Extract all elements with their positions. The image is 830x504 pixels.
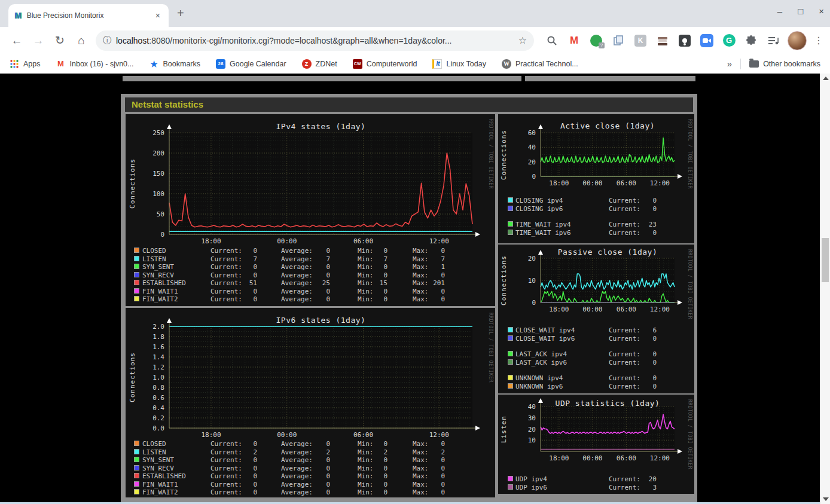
scrollbar[interactable]: [820, 74, 830, 504]
bookmark-practical-technology[interactable]: WPractical Technol...: [502, 59, 578, 69]
scrollbar-up-arrow[interactable]: [823, 77, 829, 80]
x-tick-label: 00:00: [274, 431, 300, 439]
legend-min-value: 0: [364, 456, 387, 464]
bookmark-apps[interactable]: Apps: [10, 59, 41, 69]
y-tick-label: 2.0: [138, 323, 164, 331]
y-tick-label: 10: [509, 436, 536, 444]
home-button[interactable]: ⌂: [71, 30, 92, 51]
legend-label: FIN_WAIT2: [142, 488, 178, 496]
x-tick-label: 06:00: [350, 431, 376, 439]
forward-button[interactable]: →: [28, 30, 49, 51]
minimize-button[interactable]: –: [777, 6, 782, 16]
legend-current-value: 0: [625, 383, 657, 390]
extensions-puzzle-icon[interactable]: [744, 33, 758, 48]
voice-extension-icon[interactable]: ?: [589, 33, 603, 48]
window-close-button[interactable]: ×: [819, 6, 824, 16]
bookmarks-divider: [740, 59, 741, 69]
keep-extension-icon[interactable]: K: [633, 33, 648, 48]
bookmark-linux-today[interactable]: ltLinux Today: [432, 59, 486, 69]
bookmark-zdnet[interactable]: ZZDNet: [302, 59, 337, 69]
y-tick-label: 0.2: [138, 414, 164, 422]
page-info-icon[interactable]: ⓘ: [103, 35, 111, 46]
bookmarks-overflow-chevron[interactable]: »: [727, 59, 732, 69]
y-tick-label: 1.4: [138, 353, 164, 361]
reading-list-icon[interactable]: [766, 33, 780, 48]
legend-average-value: 0: [299, 472, 330, 480]
legend-current-value: 23: [625, 221, 657, 228]
legend-min-value: 2: [364, 448, 387, 456]
y-tick-label: 10: [509, 277, 536, 285]
chart-y-axis-label: Listen: [500, 416, 508, 443]
bookmark-inbox[interactable]: MInbox (16) - sjvn0...: [56, 59, 134, 69]
bookmark-google-calendar[interactable]: 28Google Calendar: [216, 59, 286, 69]
legend-current-value: 0: [226, 488, 257, 496]
legend-current-value: 6: [625, 326, 657, 334]
legend-current-value: 0: [625, 374, 657, 382]
legend-label: CLOSING ipv6: [515, 205, 563, 213]
books-extension-icon[interactable]: [655, 33, 670, 48]
chart-ipv4-states[interactable]: IPv4 states (1day)ConnectionsRRDTOOL / T…: [126, 114, 495, 306]
legend-row: LAST_ACK ipv4Current:0: [498, 350, 694, 358]
chart-active-close[interactable]: Active close (1day)ConnectionsRRDTOOL / …: [498, 114, 694, 243]
browser-menu-icon[interactable]: ⋮: [814, 35, 823, 46]
legend-label: CLOSING ipv4: [515, 197, 563, 204]
new-tab-button[interactable]: +: [177, 7, 184, 20]
legend-row: UNKNOWN ipv6Current:0: [498, 383, 694, 390]
page-content: Netstat statistics IPv4 states (1day)Con…: [0, 74, 830, 504]
legend-current-value: 0: [226, 456, 257, 464]
back-button[interactable]: ←: [6, 30, 28, 51]
legend-label: LAST_ACK ipv4: [515, 350, 567, 358]
legend-max-value: 0: [415, 481, 445, 488]
y-tick-label: 40: [509, 403, 536, 411]
legend-current-value: 7: [226, 255, 257, 263]
x-tick-label: 18:00: [546, 306, 572, 313]
rrdtool-signature: RRDTOOL / TOBI OETIKER: [687, 119, 692, 189]
address-bar[interactable]: ⓘ localhost:8080/monitorix-cgi/monitorix…: [96, 30, 534, 51]
gmail-extension-icon[interactable]: M: [567, 33, 581, 48]
legend-row: CLOSE_WAIT ipv4Current:6: [498, 326, 694, 334]
chart-udp-statistics[interactable]: UDP statistics (1day)ListenRRDTOOL / TOB…: [498, 395, 694, 494]
legend-swatch: [508, 484, 513, 490]
charts-column-right: Active close (1day)ConnectionsRRDTOOL / …: [498, 114, 694, 495]
legend-max-value: 0: [415, 465, 445, 472]
copy-extension-icon[interactable]: [611, 33, 625, 48]
legend-row: LISTENCurrent:7Average:7Min:7Max:7: [126, 255, 495, 263]
chart-passive-close[interactable]: Passive close (1day)ConnectionsRRDTOOL /…: [498, 245, 694, 393]
legend-min-value: 0: [364, 440, 387, 448]
scrollbar-down-arrow[interactable]: [823, 497, 829, 501]
lamp-extension-icon[interactable]: [678, 33, 692, 48]
legend-label: FIN_WAIT1: [142, 288, 178, 295]
chart-ipv6-states[interactable]: IPv6 states (1day)ConnectionsRRDTOOL / T…: [126, 308, 495, 497]
other-bookmarks-label: Other bookmarks: [763, 60, 820, 68]
calendar-icon: 28: [216, 59, 225, 69]
video-call-extension-icon[interactable]: [700, 33, 714, 48]
bookmark-star-icon[interactable]: ☆: [518, 35, 527, 46]
browser-tab[interactable]: M Blue Precision Monitorix ×: [8, 4, 169, 27]
legend-swatch: [508, 206, 513, 211]
bookmark-label: ZDNet: [316, 60, 337, 68]
reload-button[interactable]: ↻: [49, 30, 71, 51]
x-tick-label: 00:00: [579, 179, 606, 187]
legend-swatch: [134, 449, 139, 454]
computerworld-icon: CW: [353, 59, 362, 69]
profile-avatar[interactable]: [788, 31, 807, 50]
legend-average-value: 25: [299, 279, 330, 287]
bookmark-bookmarks[interactable]: ★Bookmarks: [149, 59, 201, 69]
y-tick-label: 60: [509, 129, 536, 137]
folder-icon: [749, 60, 759, 68]
y-tick-label: 0.6: [138, 394, 164, 402]
legend-swatch: [508, 221, 513, 227]
bookmark-computerworld[interactable]: CWComputerworld: [353, 59, 417, 69]
other-bookmarks[interactable]: Other bookmarks: [749, 60, 820, 68]
legend-label: UNKNOWN ipv6: [515, 383, 563, 390]
scrollbar-thumb[interactable]: [822, 238, 829, 282]
maximize-button[interactable]: □: [798, 6, 803, 16]
monitorix-favicon-icon: M: [14, 11, 22, 20]
legend-row: LISTENCurrent:2Average:2Min:2Max:2: [126, 448, 495, 456]
tab-close-icon[interactable]: ×: [153, 11, 163, 20]
y-tick-label: 0: [138, 231, 164, 239]
window-controls: – □ ×: [777, 6, 824, 16]
search-extension-icon[interactable]: [545, 33, 559, 48]
grammarly-extension-icon[interactable]: G: [722, 33, 736, 48]
x-tick-label: 12:00: [426, 237, 452, 245]
